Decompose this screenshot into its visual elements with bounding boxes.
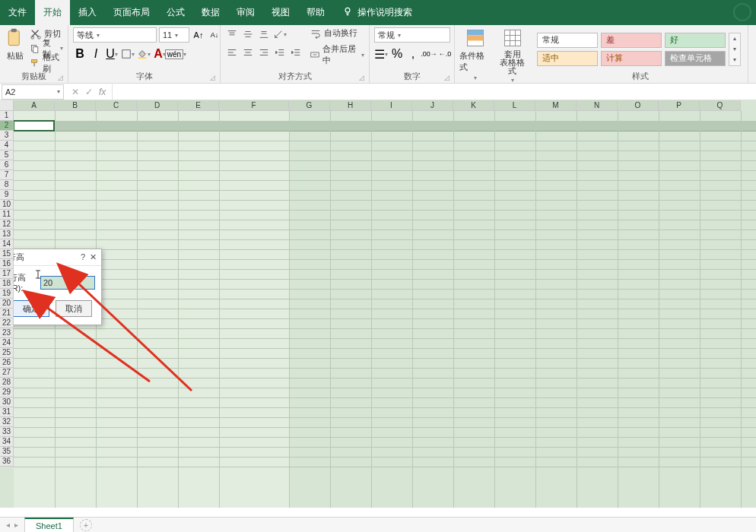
row-header-15[interactable]: 15 [0, 249, 14, 259]
style-gallery-more[interactable]: ▴ ▾ ▾ [729, 33, 741, 66]
align-right-button[interactable] [257, 46, 271, 59]
tab-file[interactable]: 文件 [0, 0, 35, 25]
phonetic-button[interactable]: wén▾ [169, 47, 183, 61]
align-top-button[interactable] [225, 27, 239, 41]
column-header-E[interactable]: E [178, 100, 219, 111]
font-size-combo[interactable]: 11▾ [159, 27, 189, 43]
column-header-D[interactable]: D [137, 100, 178, 111]
style-bad[interactable]: 差 [601, 33, 662, 48]
row-header-36[interactable]: 36 [0, 457, 14, 467]
increase-decimal-button[interactable]: .00→ [422, 47, 436, 61]
column-header-K[interactable]: K [453, 100, 494, 111]
row-header-4[interactable]: 4 [0, 141, 14, 150]
tell-me[interactable]: 操作说明搜索 [333, 0, 421, 25]
comma-button[interactable]: , [406, 47, 420, 61]
dialog-close-button[interactable]: ✕ [90, 252, 97, 262]
column-header-F[interactable]: F [219, 100, 289, 111]
spreadsheet-grid[interactable]: ABCDEFGHIJKLMNOPQ 行高 ? ✕ 行高(R): 确定 取消 [0, 100, 756, 508]
account-icon[interactable] [733, 3, 751, 21]
row-height-input[interactable] [40, 276, 95, 290]
decrease-decimal-button[interactable]: ←.0 [438, 47, 452, 61]
row-header-35[interactable]: 35 [0, 447, 14, 457]
column-header-J[interactable]: J [412, 100, 453, 111]
row-header-31[interactable]: 31 [0, 407, 14, 417]
tab-home[interactable]: 开始 [35, 0, 70, 25]
align-bottom-button[interactable] [257, 27, 271, 41]
align-center-button[interactable] [241, 46, 255, 59]
number-dialog-launcher[interactable]: ◿ [444, 74, 452, 81]
style-moderate[interactable]: 适中 [537, 51, 598, 66]
row-header-17[interactable]: 17 [0, 269, 14, 279]
fill-color-button[interactable]: ▾ [137, 47, 151, 61]
sheet-nav-next[interactable]: ▸ [14, 521, 18, 529]
tab-formula[interactable]: 公式 [158, 0, 193, 25]
number-format-combo[interactable]: 常规▾ [374, 27, 450, 43]
column-header-Q[interactable]: Q [700, 100, 741, 111]
style-check[interactable]: 检查单元格 [665, 51, 726, 66]
style-calc[interactable]: 计算 [601, 51, 662, 66]
row-header-6[interactable]: 6 [0, 160, 14, 170]
row-header-16[interactable]: 16 [0, 259, 14, 269]
column-header-H[interactable]: H [330, 100, 371, 111]
row-header-26[interactable]: 26 [0, 358, 14, 368]
row-header-1[interactable]: 1 [0, 111, 14, 121]
new-sheet-button[interactable]: + [80, 519, 92, 531]
underline-button[interactable]: U▾ [105, 47, 119, 61]
row-header-11[interactable]: 11 [0, 210, 14, 220]
tab-view[interactable]: 视图 [263, 0, 298, 25]
column-header-G[interactable]: G [289, 100, 330, 111]
style-gallery[interactable]: 常规 差 好 适中 计算 检查单元格 [537, 33, 726, 66]
row-header-25[interactable]: 25 [0, 348, 14, 358]
row-header-19[interactable]: 19 [0, 289, 14, 299]
increase-font-button[interactable]: A↑ [192, 28, 205, 42]
tab-review[interactable]: 审阅 [228, 0, 263, 25]
tab-data[interactable]: 数据 [193, 0, 228, 25]
row-header-2[interactable]: 2 [0, 121, 14, 131]
row-header-22[interactable]: 22 [0, 318, 14, 328]
border-button[interactable]: ▾ [121, 47, 135, 61]
column-header-B[interactable]: B [55, 100, 96, 111]
clipboard-dialog-launcher[interactable]: ◿ [58, 74, 65, 81]
enter-formula-button[interactable]: ✓ [85, 87, 93, 97]
row-header-29[interactable]: 29 [0, 388, 14, 397]
cancel-formula-button[interactable]: ✕ [71, 87, 79, 97]
italic-button[interactable]: I [89, 47, 103, 61]
row-header-13[interactable]: 13 [0, 230, 14, 239]
column-header-L[interactable]: L [494, 100, 535, 111]
row-header-18[interactable]: 18 [0, 279, 14, 289]
row-header-8[interactable]: 8 [0, 180, 14, 190]
row-header-5[interactable]: 5 [0, 150, 14, 160]
tab-help[interactable]: 帮助 [298, 0, 333, 25]
row-header-34[interactable]: 34 [0, 437, 14, 447]
row-header-14[interactable]: 14 [0, 239, 14, 249]
bold-button[interactable]: B [73, 47, 87, 61]
font-family-combo[interactable]: 等线▾ [73, 27, 157, 43]
row-header-27[interactable]: 27 [0, 368, 14, 378]
style-normal[interactable]: 常规 [537, 33, 598, 48]
column-header-O[interactable]: O [618, 100, 659, 111]
formula-bar[interactable] [112, 84, 756, 100]
merge-center-button[interactable]: 合并后居中 ▾ [310, 43, 364, 66]
wrap-text-button[interactable]: 自动换行 [310, 27, 364, 39]
align-left-button[interactable] [225, 46, 239, 59]
orientation-button[interactable]: ▾ [273, 27, 287, 41]
cancel-button[interactable]: 取消 [56, 300, 92, 317]
row-header-21[interactable]: 21 [0, 309, 14, 318]
row-header-30[interactable]: 30 [0, 397, 14, 407]
style-good[interactable]: 好 [665, 33, 726, 48]
percent-button[interactable]: % [390, 47, 404, 61]
column-header-A[interactable]: A [14, 100, 55, 111]
row-header-20[interactable]: 20 [0, 299, 14, 309]
decrease-font-button[interactable]: A↓ [208, 28, 221, 42]
decrease-indent-button[interactable] [273, 46, 287, 59]
row-header-12[interactable]: 12 [0, 220, 14, 230]
column-header-P[interactable]: P [659, 100, 700, 111]
name-box[interactable]: A2 ▾ [2, 84, 64, 100]
sheet-nav-prev[interactable]: ◂ [6, 521, 10, 529]
row-header-33[interactable]: 33 [0, 427, 14, 437]
fx-icon[interactable]: fx [99, 87, 106, 97]
column-header-N[interactable]: N [577, 100, 618, 111]
column-header-C[interactable]: C [96, 100, 137, 111]
dialog-titlebar[interactable]: 行高 ? ✕ [3, 249, 101, 266]
sheet-tab-active[interactable]: Sheet1 [24, 518, 74, 533]
